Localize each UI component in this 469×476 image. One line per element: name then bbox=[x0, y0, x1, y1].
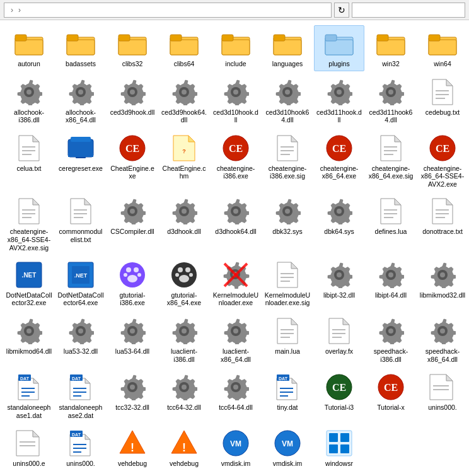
file-item-4[interactable]: clibs64 bbox=[159, 25, 209, 71]
file-item-37[interactable]: .NET DotNetDataCollector32.exe bbox=[4, 257, 54, 310]
file-item-10[interactable]: allochook-i386.dll bbox=[4, 74, 54, 127]
file-item-52[interactable]: overlay.fx bbox=[314, 313, 364, 366]
file-item-39[interactable]: gtutorial-i386.exe bbox=[107, 257, 158, 310]
file-item-8[interactable]: win32 bbox=[366, 25, 416, 71]
file-item-44[interactable]: libipt-64.dll bbox=[366, 257, 416, 310]
file-icon-folder bbox=[221, 28, 251, 59]
file-icon-dat-blue: DAT bbox=[66, 372, 96, 402]
svg-rect-13 bbox=[222, 40, 250, 55]
file-label: CheatEngine.chm bbox=[161, 165, 207, 180]
file-item-21[interactable]: CE CheatEngine.exe bbox=[107, 130, 158, 191]
svg-point-30 bbox=[78, 90, 83, 95]
svg-point-155 bbox=[233, 385, 238, 390]
file-item-36[interactable]: donottrace.txt bbox=[417, 193, 468, 254]
svg-text:?: ? bbox=[182, 148, 186, 154]
file-item-26[interactable]: cheatengine-x86_64.exe.sig bbox=[366, 130, 416, 191]
file-item-19[interactable]: celua.txt bbox=[4, 130, 54, 191]
file-icon-dll bbox=[117, 316, 148, 346]
svg-text:.NET: .NET bbox=[22, 272, 37, 279]
file-item-54[interactable]: speedhack-x86_64.dll bbox=[417, 313, 468, 366]
file-item-1[interactable]: autorun bbox=[4, 25, 54, 71]
svg-rect-23 bbox=[377, 35, 388, 41]
svg-point-117 bbox=[388, 272, 393, 277]
file-item-56[interactable]: DAT standaloneephase2.dat bbox=[55, 369, 106, 422]
svg-text:CE: CE bbox=[332, 382, 346, 393]
file-item-16[interactable]: ced3d11hook.dll bbox=[314, 74, 364, 127]
file-item-24[interactable]: cheatengine-i386.exe.sig bbox=[262, 130, 313, 191]
file-item-34[interactable]: dbk64.sys bbox=[314, 193, 364, 254]
file-item-14[interactable]: ced3d10hook.dll bbox=[211, 74, 261, 127]
file-item-47[interactable]: lua53-32.dll bbox=[55, 313, 106, 366]
svg-point-99 bbox=[137, 273, 141, 277]
file-item-41[interactable]: KernelmoduleUnloader.exe bbox=[211, 257, 261, 310]
file-item-60[interactable]: DAT tiny.dat bbox=[262, 369, 313, 422]
file-label: KernelmoduleUnloader.exe.sig bbox=[264, 291, 311, 307]
file-item-29[interactable]: commonmodulelist.txt bbox=[55, 193, 106, 254]
file-label: vmdisk.im bbox=[221, 460, 251, 468]
svg-point-83 bbox=[337, 209, 342, 214]
svg-rect-4 bbox=[67, 40, 95, 55]
file-item-65[interactable]: DAT unins000. bbox=[55, 425, 106, 471]
file-item-48[interactable]: lua53-64.dll bbox=[107, 313, 158, 366]
file-label: cheatengine-x86_64-SSE4-AVX2.exe bbox=[419, 165, 466, 189]
file-item-68[interactable]: VM vmdisk.im bbox=[211, 425, 261, 471]
file-item-27[interactable]: CE cheatengine-x86_64-SSE4-AVX2.exe bbox=[417, 130, 468, 191]
file-item-12[interactable]: ced3d9hook.dll bbox=[107, 74, 158, 127]
file-item-11[interactable]: allochook-x86_64.dll bbox=[55, 74, 106, 127]
svg-point-153 bbox=[182, 385, 187, 390]
file-item-40[interactable]: gtutorial-x86_64.exe bbox=[159, 257, 209, 310]
file-item-53[interactable]: speedhack-i386.dll bbox=[366, 313, 416, 366]
file-item-31[interactable]: d3dhook.dll bbox=[159, 193, 209, 254]
file-item-62[interactable]: CE Tutorial-x bbox=[366, 369, 416, 422]
file-label: cheatengine-x86_64.exe bbox=[316, 165, 362, 180]
file-item-57[interactable]: tcc32-32.dll bbox=[107, 369, 158, 422]
file-item-25[interactable]: CE cheatengine-x86_64.exe bbox=[314, 130, 364, 191]
file-item-63[interactable]: unins000. bbox=[417, 369, 468, 422]
file-icon-txt bbox=[66, 196, 96, 226]
file-item-23[interactable]: CE cheatengine-i386.exe bbox=[211, 130, 261, 191]
file-item-20[interactable]: ceregresет.exe bbox=[55, 130, 106, 191]
file-item-18[interactable]: cedebug.txt bbox=[417, 74, 468, 127]
file-item-70[interactable]: windowsr bbox=[314, 425, 364, 471]
file-item-17[interactable]: ced3d11hook64.dll bbox=[366, 74, 416, 127]
file-item-33[interactable]: dbk32.sys bbox=[262, 193, 313, 254]
file-item-67[interactable]: ! vehdebug bbox=[159, 425, 209, 471]
file-item-61[interactable]: CE Tutorial-i3 bbox=[314, 369, 364, 422]
svg-point-102 bbox=[178, 267, 183, 272]
file-label: donottrace.txt bbox=[422, 228, 463, 236]
file-item-30[interactable]: CSCompiler.dll bbox=[107, 193, 158, 254]
file-item-45[interactable]: libmikmod32.dll bbox=[417, 257, 468, 310]
file-item-46[interactable]: libmikmod64.dll bbox=[4, 313, 54, 366]
file-item-69[interactable]: VM vmdisk.im bbox=[262, 425, 313, 471]
svg-text:DAT: DAT bbox=[20, 376, 30, 381]
file-item-49[interactable]: luaclient-i386.dll bbox=[159, 313, 209, 366]
file-item-22[interactable]: ? CheatEngine.chm bbox=[159, 130, 209, 191]
file-item-2[interactable]: badassets bbox=[55, 25, 106, 71]
file-item-42[interactable]: KernelmoduleUnloader.exe.sig bbox=[262, 257, 313, 310]
file-item-15[interactable]: ced3d10hook64.dll bbox=[262, 74, 313, 127]
file-item-13[interactable]: ced3d9hook64.dll bbox=[159, 74, 209, 127]
file-item-58[interactable]: tcc64-32.dll bbox=[159, 369, 209, 422]
file-icon-dll bbox=[169, 372, 199, 402]
file-item-66[interactable]: ! vehdebug bbox=[107, 425, 158, 471]
file-item-55[interactable]: DAT standaloneephase1.dat bbox=[4, 369, 54, 422]
refresh-button[interactable]: ↻ bbox=[334, 3, 349, 18]
file-item-3[interactable]: clibs32 bbox=[107, 25, 158, 71]
file-item-28[interactable]: cheatengine-x86_64-SSE4-AVX2.exe.sig bbox=[4, 193, 54, 254]
file-item-51[interactable]: main.lua bbox=[262, 313, 313, 366]
file-item-35[interactable]: defines.lua bbox=[366, 193, 416, 254]
address-bar: › › ↻ bbox=[0, 0, 469, 20]
search-box[interactable] bbox=[352, 3, 465, 18]
file-item-64[interactable]: unins000.e bbox=[4, 425, 54, 471]
file-item-38[interactable]: .NET DotNetDataCollector64.exe bbox=[55, 257, 106, 310]
file-item-59[interactable]: tcc64-64.dll bbox=[211, 369, 261, 422]
file-item-5[interactable]: include bbox=[211, 25, 261, 71]
file-item-50[interactable]: luaclient-x86_64.dll bbox=[211, 313, 261, 366]
address-path[interactable]: › › bbox=[4, 3, 332, 18]
file-icon-exe-uninst bbox=[427, 372, 458, 402]
file-item-9[interactable]: win64 bbox=[417, 25, 468, 71]
file-item-32[interactable]: d3dhook64.dll bbox=[211, 193, 261, 254]
file-item-7[interactable]: plugins bbox=[314, 25, 364, 71]
file-item-6[interactable]: languages bbox=[262, 25, 313, 71]
file-item-43[interactable]: libipt-32.dll bbox=[314, 257, 364, 310]
